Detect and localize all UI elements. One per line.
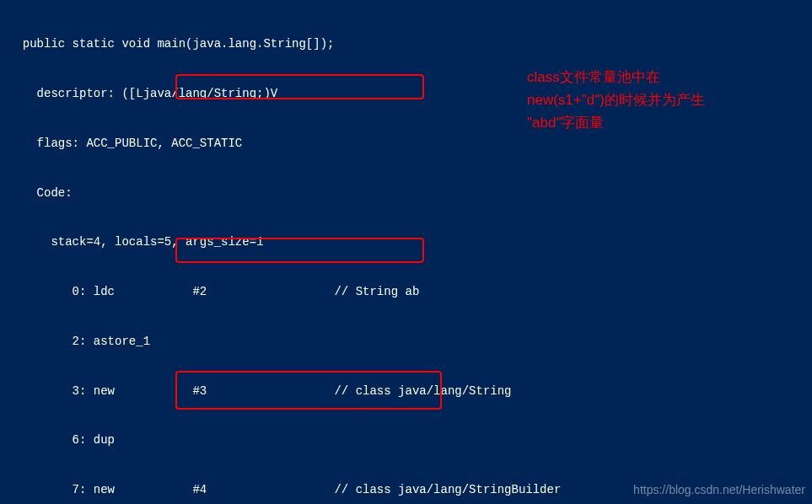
bytecode-line: 0: ldc #2 // String ab: [8, 284, 812, 301]
watermark: https://blog.csdn.net/Herishwater: [633, 482, 805, 499]
code-label: Code:: [8, 185, 812, 202]
annotation-line-2: new(s1+"d")的时候并为产生: [527, 88, 705, 111]
annotation-line-3: "abd"字面量: [527, 111, 705, 134]
method-signature: public static void main(java.lang.String…: [8, 36, 812, 53]
stack-info: stack=4, locals=5, args_size=1: [8, 234, 812, 251]
annotation-line-1: class文件常量池中在: [527, 66, 705, 88]
bytecode-line: 6: dup: [8, 432, 812, 449]
bytecode-line: 2: astore_1: [8, 334, 812, 351]
flags-line: flags: ACC_PUBLIC, ACC_STATIC: [8, 136, 812, 153]
bytecode-line: 3: new #3 // class java/lang/String: [8, 383, 812, 400]
annotation-text: class文件常量池中在 new(s1+"d")的时候并为产生 "abd"字面量: [527, 66, 705, 135]
